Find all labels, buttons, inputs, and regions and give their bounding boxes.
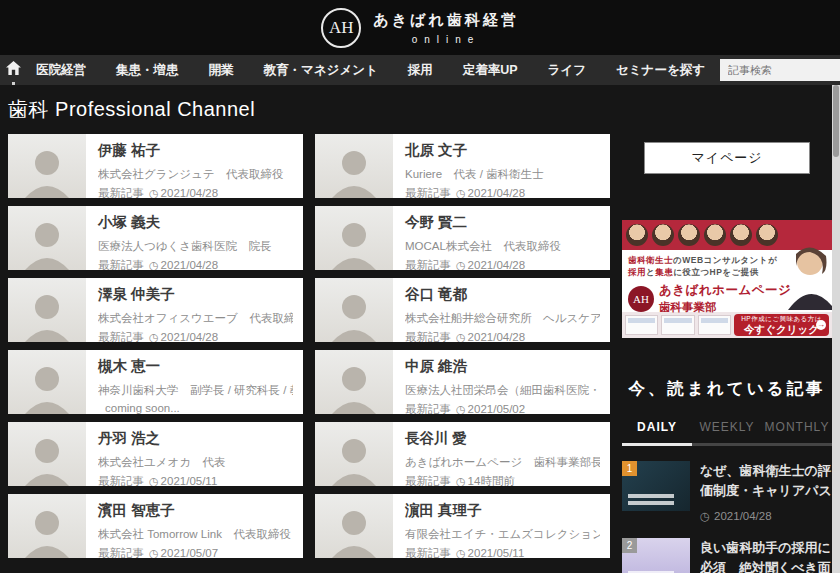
profile-photo [315,278,393,342]
profile-card[interactable]: 伊藤 祐子 株式会社グランジュテ 代表取締役 最新記事◷2021/04/28 [8,134,303,198]
article-date: ◷2021/04/28 [700,509,832,523]
scrollbar-track[interactable] [832,85,840,573]
profile-card[interactable]: 澤泉 仲美子 株式会社オフィスウエーブ 代表取締役 最新記事◷2021/04/2… [8,278,303,342]
profile-card[interactable]: 濵田 真理子 有限会社エイチ・エムズコレクション 代表取締役 最新記事◷2021… [315,494,610,558]
profile-role: 神奈川歯科大学 副学長 / 研究科長 / 教授 [98,383,293,398]
ah-monogram-icon: AH [321,8,361,48]
banner-body: 歯科衛生士のWEBコンサルタントが 採用と集患に役立つHPをご提供 AH あきば… [622,250,832,312]
profile-info: 谷口 竜都 株式会社船井総合研究所 ヘルスケア支援部 医… 最新記事◷2021/… [393,278,610,342]
nav-item-life[interactable]: ライフ [533,55,601,85]
clock-icon: ◷ [456,331,466,342]
profile-card[interactable]: 中原 維浩 医療法人社団栄昂会（細田歯科医院・戸塚駅前ト… 最新記事◷2021/… [315,350,610,414]
search-area [720,55,840,85]
nav-item-recruitment[interactable]: 採用 [393,55,448,85]
person-silhouette [326,290,382,342]
profile-latest-article: 最新記事◷2021/04/28 [98,186,284,198]
tab-monthly[interactable]: MONTHLY [762,420,832,446]
clock-icon: ◷ [456,187,466,198]
profile-card[interactable]: 今野 賢二 MOCAL株式会社 代表取締役 最新記事◷2021/04/28 [315,206,610,270]
page-title: 歯科 Professional Channel [0,85,840,134]
article-title: なぜ、歯科衛生士の評価制度・キャリアパスが… [700,461,832,501]
person-silhouette [326,434,382,486]
clock-icon: ◷ [456,475,466,486]
site-logo[interactable]: AH あきばれ歯科経営 online [321,8,518,48]
profile-latest-article: coming soon... [98,402,293,414]
profile-card[interactable]: 北原 文子 Kuriere 代表 / 歯科衛生士 最新記事◷2021/04/28 [315,134,610,198]
search-input[interactable] [720,59,840,81]
latest-article-date: 2021/04/28 [468,187,526,198]
ranking-item[interactable]: 2 良い歯科助手の採用に必須 絶対聞くべき面接… ◷2021/04/12 [622,538,832,573]
nav-item-home[interactable] [6,55,21,85]
logo-title: あきばれ歯科経営 [373,11,518,30]
latest-article-date: 2021/04/28 [161,331,219,342]
profile-info: 中原 維浩 医療法人社団栄昂会（細田歯科医院・戸塚駅前ト… 最新記事◷2021/… [393,350,610,414]
latest-article-label: 最新記事 [98,331,144,342]
profile-card[interactable]: 長谷川 愛 あきばれホームページ 歯科事業部長 / 主席コン… 最新記事◷14時… [315,422,610,486]
nav-item-retention-up[interactable]: 定着率UP [448,55,533,85]
scrollbar-thumb[interactable] [833,85,839,157]
profile-role: 有限会社エイチ・エムズコレクション 代表取締役 [405,527,600,542]
latest-article-label: 最新記事 [405,547,451,558]
sidebar-banner-ad[interactable]: 歯科衛生士のWEBコンサルタントが 採用と集患に役立つHPをご提供 AH あきば… [622,220,832,338]
profile-name: 丹羽 浩之 [98,429,226,448]
banner-copy: のWEBコンサルタントが [673,255,777,265]
person-silhouette [19,506,75,558]
profile-latest-article: 最新記事◷2021/04/28 [405,330,600,342]
banner-cta-button[interactable]: HP作成にご興味ある方は 今すぐクリック → [734,314,829,336]
person-silhouette [19,434,75,486]
person-silhouette [326,146,382,198]
profile-name: 長谷川 愛 [405,429,600,448]
tab-daily[interactable]: DAILY [622,420,692,446]
tab-weekly[interactable]: WEEKLY [692,420,762,446]
profile-role: 株式会社船井総合研究所 ヘルスケア支援部 医… [405,311,600,326]
profile-card[interactable]: 丹羽 浩之 株式会社ユメオカ 代表 最新記事◷2021/05/11 [8,422,303,486]
profile-photo [8,422,86,486]
profile-latest-article: 最新記事◷2021/04/28 [405,258,561,270]
ah-monogram-icon: AH [628,286,654,312]
nav-item-find-seminar[interactable]: セミナーを探す [601,55,720,85]
profile-card[interactable]: 濱田 智恵子 株式会社 Tomorrow Link 代表取締役 / 歯科衛… 最… [8,494,303,558]
nav-item-education-management[interactable]: 教育・マネジメント [249,55,393,85]
clock-icon: ◷ [149,547,159,558]
latest-article-label: 最新記事 [98,187,144,198]
nav-item-opening[interactable]: 開業 [194,55,249,85]
profile-latest-article: 最新記事◷2021/05/11 [98,474,226,486]
profile-photo [315,134,393,198]
article-thumbnail: 1 [622,461,690,511]
banner-highlight: 集患 [655,267,673,277]
profile-role: あきばれホームページ 歯科事業部長 / 主席コン… [405,455,600,470]
latest-article-label: 最新記事 [405,475,451,486]
banner-brand-line2: 歯科事業部 [659,300,791,315]
latest-article-date: 2021/05/11 [468,547,525,558]
profile-info: 濵田 真理子 有限会社エイチ・エムズコレクション 代表取締役 最新記事◷2021… [393,494,610,558]
person-silhouette [326,362,382,414]
profile-role: 株式会社 Tomorrow Link 代表取締役 / 歯科衛… [98,527,293,542]
person-silhouette [19,362,75,414]
profile-role: 医療法人社団栄昂会（細田歯科医院・戸塚駅前ト… [405,383,600,398]
ranking-tabs: DAILY WEEKLY MONTHLY [622,420,832,446]
profile-latest-article: 最新記事◷2021/05/02 [405,402,600,414]
profile-card[interactable]: 槻木 恵一 神奈川歯科大学 副学長 / 研究科長 / 教授 coming soo… [8,350,303,414]
profile-role: MOCAL株式会社 代表取締役 [405,239,561,254]
profile-name: 濵田 真理子 [405,501,600,520]
clock-icon: ◷ [456,259,466,270]
latest-article-label: 最新記事 [405,331,451,342]
profile-photo [8,206,86,270]
latest-article-date: coming soon... [105,402,180,414]
site-header: AH あきばれ歯科経営 online [0,0,840,55]
profile-card[interactable]: 小塚 義夫 医療法人つゆくさ歯科医院 院長 最新記事◷2021/04/28 [8,206,303,270]
profile-name: 中原 維浩 [405,357,600,376]
profile-name: 谷口 竜都 [405,285,600,304]
clock-icon: ◷ [149,187,159,198]
profile-card[interactable]: 谷口 竜都 株式会社船井総合研究所 ヘルスケア支援部 医… 最新記事◷2021/… [315,278,610,342]
latest-article-label: 最新記事 [405,259,451,270]
nav-item-clinic-management[interactable]: 医院経営 [21,55,101,85]
ranking-item[interactable]: 1 なぜ、歯科衛生士の評価制度・キャリアパスが… ◷2021/04/28 [622,461,832,523]
latest-article-label: 最新記事 [405,187,451,198]
nav-item-patient-acquisition[interactable]: 集患・増患 [101,55,194,85]
banner-footer: HP作成にご興味ある方は 今すぐクリック → [622,312,832,338]
ranking-item-text: 良い歯科助手の採用に必須 絶対聞くべき面接… ◷2021/04/12 [700,538,832,573]
mypage-button[interactable]: マイページ [644,142,810,174]
profile-role: Kuriere 代表 / 歯科衛生士 [405,167,544,182]
cta-small-text: HP作成にご興味ある方は [741,316,822,323]
